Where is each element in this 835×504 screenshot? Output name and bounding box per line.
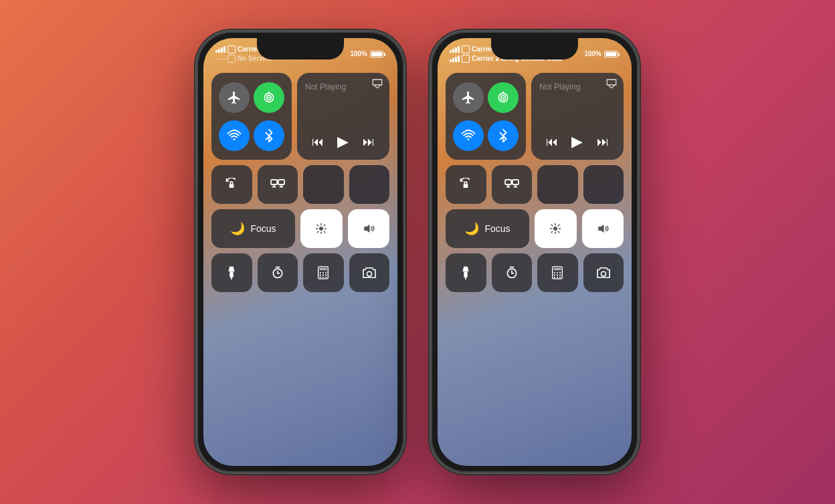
cellular-button[interactable] [254, 82, 284, 113]
screen-mirror-button-2[interactable] [492, 165, 533, 204]
svg-rect-7 [278, 180, 284, 184]
media-controls: ⏮ ▶ ⏭ [305, 133, 381, 153]
phone-2-screen: Carrier 1 5G Carrier 2 using Cellular Da… [438, 38, 632, 466]
svg-rect-69 [554, 268, 561, 271]
wifi-button[interactable] [219, 120, 250, 151]
svg-point-34 [322, 275, 324, 276]
svg-point-32 [325, 272, 327, 273]
battery-icon [370, 51, 385, 57]
brightness-slider[interactable] [300, 209, 343, 248]
battery-percent: 100% [350, 49, 367, 59]
rewind-button-2[interactable]: ⏮ [546, 135, 558, 149]
airplane-mode-button-2[interactable] [453, 82, 484, 113]
bluetooth-button-2[interactable] [488, 120, 519, 151]
svg-point-70 [554, 272, 555, 273]
svg-point-77 [557, 277, 558, 278]
camera-button[interactable] [349, 253, 390, 292]
svg-marker-21 [364, 225, 369, 233]
airplane-mode-button[interactable] [219, 82, 250, 113]
focus-label-2: Focus [484, 223, 510, 234]
sim2-icon [227, 55, 236, 63]
calculator-button-2[interactable] [537, 253, 578, 292]
svg-line-15 [317, 225, 318, 226]
airplay-icon[interactable] [372, 78, 383, 91]
tile-4[interactable] [349, 165, 390, 204]
svg-line-55 [551, 225, 553, 226]
svg-point-36 [320, 277, 321, 278]
screen-lock-button-2[interactable] [446, 165, 486, 204]
connectivity-panel [211, 73, 292, 160]
svg-rect-46 [505, 180, 511, 184]
timer-button-2[interactable] [492, 253, 533, 292]
svg-point-38 [325, 277, 327, 278]
svg-point-12 [319, 227, 323, 231]
rotation-lock-icon [225, 178, 238, 191]
battery-info-2: 100% [584, 49, 620, 59]
svg-rect-6 [271, 180, 277, 184]
cc-bottom-row-2 [446, 253, 624, 292]
svg-point-37 [322, 277, 324, 278]
svg-line-19 [317, 231, 318, 233]
phone-2: Carrier 1 5G Carrier 2 using Cellular Da… [431, 31, 638, 473]
svg-rect-5 [229, 184, 234, 188]
svg-rect-62 [464, 271, 468, 277]
bluetooth-button[interactable] [254, 120, 284, 151]
brightness-slider-2[interactable] [535, 209, 577, 248]
fast-forward-button[interactable]: ⏭ [363, 135, 375, 149]
flashlight-button[interactable] [211, 253, 252, 292]
cc-third-row: 🌙 Focus [211, 209, 389, 248]
svg-point-35 [325, 275, 327, 276]
tile-3-2[interactable] [537, 165, 578, 204]
wifi-button-2[interactable] [453, 120, 484, 151]
calculator-icon [317, 266, 329, 279]
battery-percent-2: 100% [584, 49, 601, 59]
volume-slider[interactable] [348, 209, 390, 248]
svg-rect-29 [320, 268, 327, 271]
timer-icon [271, 266, 284, 279]
svg-rect-22 [230, 271, 234, 277]
screen-lock-button[interactable] [211, 165, 252, 204]
flashlight-button-2[interactable] [446, 253, 486, 292]
sim2-icon-2 [462, 55, 470, 63]
svg-rect-47 [513, 180, 519, 184]
camera-icon [362, 267, 377, 279]
camera-button-2[interactable] [583, 253, 624, 292]
airplay-icon-2[interactable] [606, 78, 617, 91]
timer-button[interactable] [258, 253, 298, 292]
battery-info: 100% [350, 49, 385, 59]
cellular-icon [262, 91, 276, 104]
tile-3[interactable] [303, 165, 344, 204]
svg-point-39 [367, 271, 371, 276]
focus-button[interactable]: 🌙 Focus [211, 209, 295, 248]
connectivity-panel-2 [446, 73, 526, 160]
volume-slider-2[interactable] [582, 209, 624, 248]
play-button[interactable]: ▶ [337, 133, 349, 150]
battery-icon-2 [604, 51, 620, 57]
mirror-icon [270, 178, 285, 191]
notch [257, 38, 344, 59]
rewind-button[interactable]: ⏮ [312, 135, 324, 149]
brightness-icon [315, 223, 327, 235]
phone-1-screen: Carrier 1 5G No Service 100% [203, 38, 397, 466]
media-controls-2: ⏮ ▶ ⏭ [539, 133, 616, 153]
svg-point-76 [554, 277, 555, 278]
cc-top-row: Not Playing ⏮ ▶ ⏭ [211, 73, 389, 160]
moon-icon: 🌙 [230, 221, 245, 236]
svg-line-20 [324, 225, 325, 226]
cc-third-row-2: 🌙 Focus [446, 209, 624, 248]
tile-4-2[interactable] [583, 165, 624, 204]
calculator-button[interactable] [303, 253, 344, 292]
play-button-2[interactable]: ▶ [571, 133, 583, 150]
svg-line-16 [324, 231, 325, 233]
fast-forward-button-2[interactable]: ⏭ [597, 135, 609, 149]
volume-icon [362, 223, 375, 235]
svg-line-59 [551, 231, 553, 233]
media-panel: Not Playing ⏮ ▶ ⏭ [297, 73, 389, 160]
sim-icon-2 [462, 45, 470, 53]
screen-mirror-button[interactable] [258, 165, 298, 204]
svg-point-33 [320, 275, 321, 276]
svg-point-42 [502, 96, 504, 98]
svg-rect-45 [464, 184, 468, 188]
cellular-button-2[interactable] [488, 82, 519, 113]
focus-button-2[interactable]: 🌙 Focus [446, 209, 529, 248]
